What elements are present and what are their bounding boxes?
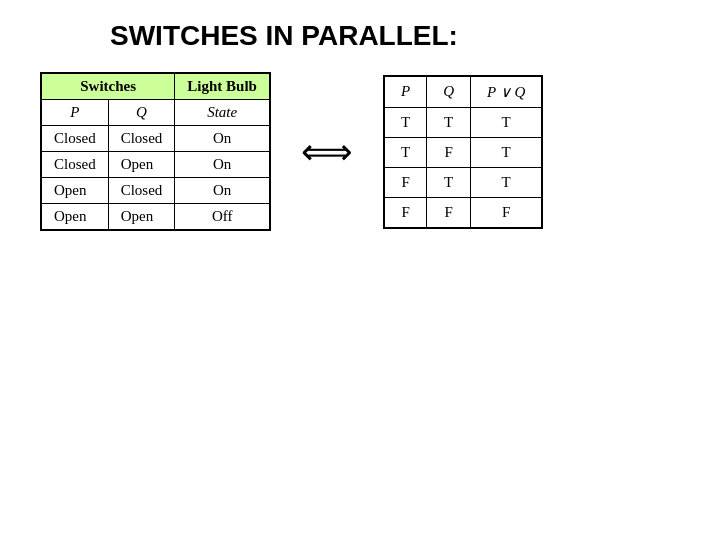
truth-table-header: P Q P ∨ Q xyxy=(384,76,542,108)
row3-q: Closed xyxy=(108,178,175,204)
truth-r4-p: F xyxy=(384,197,427,228)
row4-q: Open xyxy=(108,204,175,231)
table-row: Closed Closed On xyxy=(41,126,270,152)
pvq-col-header: P ∨ Q xyxy=(470,76,542,108)
p-header: P xyxy=(41,100,108,126)
q-header: Q xyxy=(108,100,175,126)
truth-r1-p: T xyxy=(384,107,427,137)
row4-p: Open xyxy=(41,204,108,231)
truth-r1-q: T xyxy=(427,107,471,137)
table-row: F F F xyxy=(384,197,542,228)
row1-p: Closed xyxy=(41,126,108,152)
switches-header: Switches xyxy=(41,73,175,100)
truth-r4-pvq: F xyxy=(470,197,542,228)
table-row: Closed Open On xyxy=(41,152,270,178)
row1-state: On xyxy=(175,126,270,152)
table-row: T T T xyxy=(384,107,542,137)
truth-r2-q: F xyxy=(427,137,471,167)
truth-r2-p: T xyxy=(384,137,427,167)
truth-r4-q: F xyxy=(427,197,471,228)
table-row: Open Open Off xyxy=(41,204,270,231)
truth-r3-q: T xyxy=(427,167,471,197)
row3-state: On xyxy=(175,178,270,204)
row4-state: Off xyxy=(175,204,270,231)
table-sub-header-row: P Q State xyxy=(41,100,270,126)
table-row: T F T xyxy=(384,137,542,167)
state-header: State xyxy=(175,100,270,126)
q-col-header: Q xyxy=(427,76,471,108)
page-title: SWITCHES IN PARALLEL: xyxy=(110,20,458,52)
p-col-header: P xyxy=(384,76,427,108)
switches-table: Switches Light Bulb P Q State Closed Clo… xyxy=(40,72,271,231)
truth-r2-pvq: T xyxy=(470,137,542,167)
table-header-row: Switches Light Bulb xyxy=(41,73,270,100)
truth-r3-p: F xyxy=(384,167,427,197)
row2-p: Closed xyxy=(41,152,108,178)
row2-q: Open xyxy=(108,152,175,178)
content-row: Switches Light Bulb P Q State Closed Clo… xyxy=(40,72,543,231)
table-row: F T T xyxy=(384,167,542,197)
truth-r3-pvq: T xyxy=(470,167,542,197)
row3-p: Open xyxy=(41,178,108,204)
table-row: Open Closed On xyxy=(41,178,270,204)
equivalence-arrow: ⟺ xyxy=(301,131,353,173)
truth-table: P Q P ∨ Q T T T T F T F T T F F F xyxy=(383,75,543,229)
light-bulb-header: Light Bulb xyxy=(175,73,270,100)
row1-q: Closed xyxy=(108,126,175,152)
row2-state: On xyxy=(175,152,270,178)
truth-r1-pvq: T xyxy=(470,107,542,137)
